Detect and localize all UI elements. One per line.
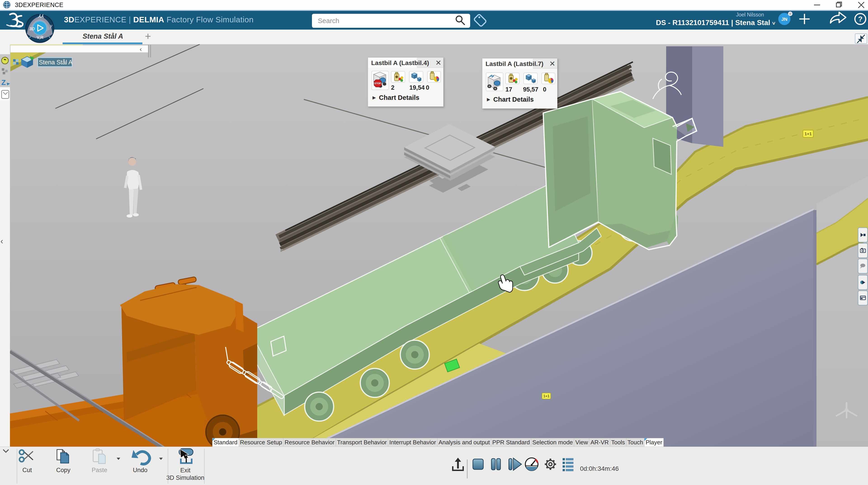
svg-text:Stena Stål A: Stena Stål A <box>39 59 72 66</box>
svg-text:STOP: STOP <box>374 82 381 85</box>
svg-text:Z: Z <box>1 78 6 87</box>
svg-text:1+1: 1+1 <box>543 394 549 398</box>
svg-text:‹: ‹ <box>0 236 3 246</box>
svg-text:1+1: 1+1 <box>804 131 812 136</box>
svg-text:‹: ‹ <box>140 45 142 53</box>
